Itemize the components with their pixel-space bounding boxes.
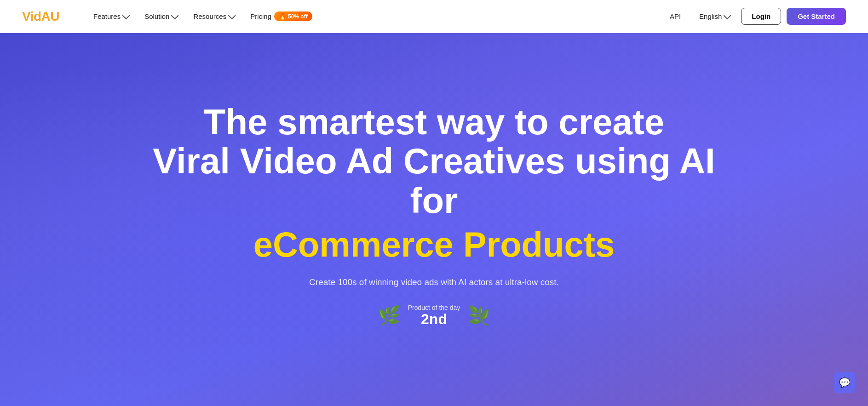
hero-title-line1: The smartest way to create (135, 103, 733, 142)
logo-vid: Vid (22, 9, 41, 23)
fire-icon: 🔥 (279, 13, 286, 20)
logo-au: AU (41, 9, 59, 23)
product-of-day: 🌿 Product of the day 2nd 🌿 (135, 304, 733, 327)
hero-title-line2: Viral Video Ad Creatives using AI for (135, 142, 733, 221)
nav-right: API English Login Get Started (663, 8, 846, 25)
nav-features[interactable]: Features (87, 9, 134, 24)
nav-pricing[interactable]: Pricing 🔥 50% off (244, 8, 319, 25)
nav-language[interactable]: English (693, 9, 736, 24)
logo[interactable]: VidAU (22, 9, 59, 24)
hero-section: The smartest way to create Viral Video A… (0, 33, 868, 406)
discount-badge: 🔥 50% off (274, 11, 312, 21)
pod-rank: 2nd (408, 311, 460, 327)
pod-text: Product of the day 2nd (408, 304, 460, 327)
login-button[interactable]: Login (741, 8, 781, 25)
get-started-button[interactable]: Get Started (787, 8, 846, 25)
hero-subtitle: Create 100s of winning video ads with AI… (135, 277, 733, 287)
chevron-down-icon (171, 11, 179, 19)
laurel-right-icon: 🌿 (467, 305, 490, 326)
nav-links: Features Solution Resources Pricing 🔥 50… (87, 8, 663, 25)
nav-resources[interactable]: Resources (187, 9, 240, 24)
chevron-down-icon (228, 11, 236, 19)
nav-api[interactable]: API (663, 9, 687, 24)
pod-label: Product of the day (408, 304, 460, 311)
nav-solution[interactable]: Solution (138, 9, 183, 24)
chevron-down-icon (724, 11, 731, 19)
hero-content: The smartest way to create Viral Video A… (135, 103, 733, 328)
hero-title-line3: eCommerce Products (135, 224, 733, 264)
chevron-down-icon (122, 11, 130, 19)
navbar: VidAU Features Solution Resources Pricin… (0, 0, 868, 33)
chat-bubble-icon: 💬 (839, 377, 851, 388)
laurel-left-icon: 🌿 (378, 305, 401, 326)
chat-widget[interactable]: 💬 (834, 372, 855, 393)
